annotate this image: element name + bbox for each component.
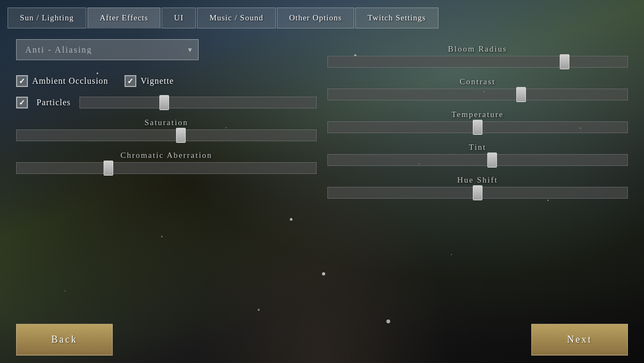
particles-row: Particles xyxy=(16,97,317,108)
bottom-bar: Back Next xyxy=(0,318,644,363)
chromatic-aberration-slider[interactable] xyxy=(16,162,317,174)
tint-slider[interactable] xyxy=(327,154,628,166)
tab-after-effects[interactable]: After Effects xyxy=(87,8,161,28)
anti-aliasing-container: Anti - Aliasing FXAA MSAA 2x MSAA 4x MSA… xyxy=(16,39,199,60)
left-panel: Anti - Aliasing FXAA MSAA 2x MSAA 4x MSA… xyxy=(16,39,317,308)
bloom-radius-label: Bloom Radius xyxy=(327,45,628,54)
vignette-label: Vignette xyxy=(141,76,174,86)
tab-sun-lighting[interactable]: Sun / Lighting xyxy=(8,8,86,28)
tab-ui[interactable]: UI xyxy=(162,8,196,28)
saturation-slider[interactable] xyxy=(16,129,317,141)
contrast-slider[interactable] xyxy=(327,89,628,100)
particles-label: Particles xyxy=(36,98,71,107)
tab-twitch-settings[interactable]: Twitch Settings xyxy=(355,8,438,28)
tab-bar: Sun / Lighting After Effects UI Music / … xyxy=(0,0,644,28)
saturation-section: Saturation xyxy=(16,118,317,141)
back-button[interactable]: Back xyxy=(16,324,113,355)
hue-shift-section: Hue Shift xyxy=(327,176,628,199)
contrast-label: Contrast xyxy=(327,77,628,86)
tab-other-options[interactable]: Other Options xyxy=(277,8,354,28)
contrast-section: Contrast xyxy=(327,77,628,100)
temperature-section: Temperature xyxy=(327,110,628,133)
particles-checkbox[interactable] xyxy=(16,97,28,108)
vignette-checkbox[interactable] xyxy=(125,75,136,87)
vignette-item: Vignette xyxy=(125,75,174,87)
temperature-label: Temperature xyxy=(327,110,628,119)
right-panel: Bloom Radius Contrast Temperature Tint H… xyxy=(327,39,628,308)
ambient-occlusion-item: Ambient Occlusion xyxy=(16,75,108,87)
bloom-radius-section: Bloom Radius xyxy=(327,45,628,68)
saturation-label: Saturation xyxy=(16,118,317,127)
main-content: Anti - Aliasing FXAA MSAA 2x MSAA 4x MSA… xyxy=(0,28,644,318)
ambient-occlusion-label: Ambient Occlusion xyxy=(32,76,108,86)
hue-shift-slider[interactable] xyxy=(327,187,628,199)
chromatic-aberration-section: Chromatic Aberration xyxy=(16,151,317,174)
particles-slider[interactable] xyxy=(79,97,317,108)
bloom-radius-slider[interactable] xyxy=(327,56,628,68)
chromatic-aberration-label: Chromatic Aberration xyxy=(16,151,317,160)
hue-shift-label: Hue Shift xyxy=(327,176,628,185)
temperature-slider[interactable] xyxy=(327,121,628,133)
next-button[interactable]: Next xyxy=(531,324,628,355)
tint-section: Tint xyxy=(327,143,628,166)
dropdown-arrow-icon: ▼ xyxy=(187,46,193,54)
checkboxes-row: Ambient Occlusion Vignette xyxy=(16,75,317,87)
ui-overlay: Sun / Lighting After Effects UI Music / … xyxy=(0,0,644,363)
ambient-occlusion-checkbox[interactable] xyxy=(16,75,28,87)
particles-slider-wrap xyxy=(79,97,317,108)
tab-music-sound[interactable]: Music / Sound xyxy=(197,8,276,28)
anti-aliasing-dropdown[interactable]: Anti - Aliasing FXAA MSAA 2x MSAA 4x MSA… xyxy=(16,39,199,60)
tint-label: Tint xyxy=(327,143,628,152)
